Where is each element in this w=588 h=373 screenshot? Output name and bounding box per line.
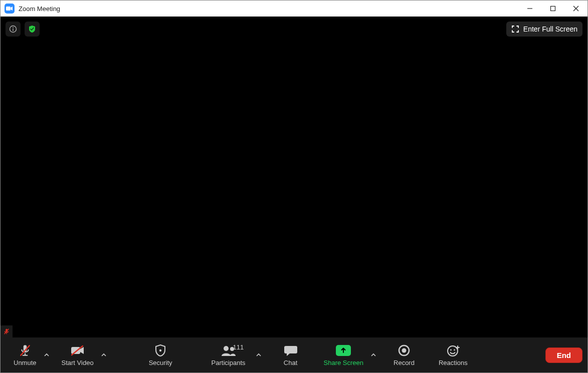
svg-rect-0 — [6, 7, 11, 11]
start-video-label: Start Video — [62, 359, 94, 366]
svg-point-18 — [224, 346, 229, 351]
svg-point-6 — [13, 27, 14, 28]
chat-button[interactable]: Chat — [276, 337, 306, 372]
window-title: Zoom Meeting — [19, 5, 60, 13]
svg-point-21 — [402, 348, 406, 352]
svg-rect-2 — [551, 7, 555, 11]
unmute-label: Unmute — [14, 359, 37, 366]
titlebar: Zoom Meeting — [1, 1, 587, 17]
maximize-button[interactable] — [541, 1, 564, 17]
close-button[interactable] — [564, 1, 587, 17]
svg-rect-7 — [13, 29, 13, 31]
reactions-label: Reactions — [439, 359, 468, 366]
unmute-button[interactable]: Unmute — [6, 337, 45, 372]
zoom-logo-icon — [5, 4, 15, 14]
reactions-button[interactable]: Reactions — [431, 337, 476, 372]
record-label: Record — [394, 359, 415, 366]
participants-button[interactable]: Participants 111 — [201, 337, 257, 372]
end-meeting-button[interactable]: End — [545, 347, 582, 363]
svg-point-23 — [450, 349, 452, 350]
security-label: Security — [149, 359, 172, 366]
chat-icon — [284, 344, 298, 357]
microphone-muted-icon — [19, 344, 32, 357]
reactions-icon — [447, 344, 460, 357]
shield-icon — [154, 344, 166, 357]
svg-rect-15 — [71, 347, 80, 354]
titlebar-left: Zoom Meeting — [1, 4, 60, 14]
zoom-window: Zoom Meeting — [0, 0, 588, 373]
share-screen-button[interactable]: Share Screen — [316, 337, 372, 372]
self-view-muted-indicator — [1, 325, 13, 337]
share-screen-icon — [336, 344, 351, 357]
participants-count: 111 — [233, 343, 244, 351]
enter-fullscreen-button[interactable]: Enter Full Screen — [506, 22, 582, 37]
record-button[interactable]: Record — [385, 337, 423, 372]
video-stage: Enter Full Screen — [1, 17, 587, 337]
start-video-button[interactable]: Start Video — [54, 337, 102, 372]
top-left-overlay — [6, 22, 40, 37]
share-screen-label: Share Screen — [324, 359, 364, 366]
window-controls — [518, 1, 587, 17]
meeting-info-button[interactable] — [6, 22, 21, 37]
camera-off-icon — [70, 344, 85, 357]
chat-label: Chat — [284, 359, 297, 366]
record-icon — [398, 344, 410, 357]
svg-point-17 — [159, 349, 161, 351]
security-button[interactable]: Security — [141, 337, 180, 372]
svg-point-24 — [454, 349, 455, 350]
encryption-shield-button[interactable] — [25, 22, 40, 37]
fullscreen-icon — [511, 25, 519, 33]
meeting-toolbar: Unmute Start Video — [1, 337, 587, 372]
fullscreen-label: Enter Full Screen — [523, 25, 577, 33]
participants-label: Participants — [212, 359, 246, 366]
minimize-button[interactable] — [518, 1, 541, 17]
